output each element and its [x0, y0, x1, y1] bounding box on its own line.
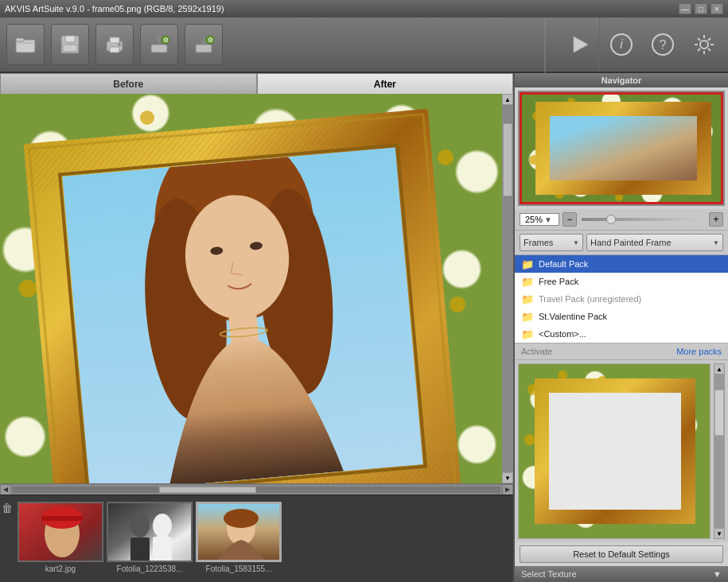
- filmstrip-items: kart2.jpg: [14, 495, 513, 582]
- settings-button[interactable]: [687, 27, 722, 62]
- preview-scroll-thumb[interactable]: [714, 390, 724, 436]
- open-button[interactable]: [6, 24, 45, 65]
- preview-vertical-scrollbar[interactable]: ▲ ▼: [714, 363, 725, 539]
- svg-rect-9: [151, 45, 167, 52]
- pack-folder-icon-default: 📁: [521, 258, 534, 270]
- reset-button[interactable]: Reset to Default Settings: [520, 545, 723, 563]
- canvas-vertical-scrollbar[interactable]: ▲ ▼: [502, 94, 513, 483]
- tab-after[interactable]: After: [257, 73, 514, 94]
- frame-type-dropdown[interactable]: Frames ▼: [520, 234, 583, 251]
- preview-scroll-down[interactable]: ▼: [714, 528, 725, 539]
- h-scroll-track[interactable]: [13, 487, 500, 493]
- window-controls[interactable]: — □ ×: [679, 3, 723, 14]
- mini-frame: [535, 378, 695, 524]
- zoom-in-button[interactable]: +: [709, 212, 723, 227]
- zoom-slider-thumb[interactable]: [606, 215, 616, 224]
- maximize-button[interactable]: □: [695, 3, 707, 14]
- right-panel: Navigator 25%: [513, 73, 728, 582]
- pack-item-free[interactable]: 📁 Free Pack: [515, 273, 728, 290]
- frame-name-dropdown[interactable]: Hand Painted Frame ▼: [586, 234, 723, 251]
- scroll-track[interactable]: [502, 105, 513, 472]
- tab-before[interactable]: Before: [0, 73, 257, 94]
- more-packs-link[interactable]: More packs: [676, 347, 722, 356]
- svg-text:?: ?: [660, 38, 667, 52]
- frame-preview-box: [518, 363, 710, 539]
- film-image-2: [108, 503, 193, 562]
- zoom-out-button[interactable]: −: [563, 212, 577, 227]
- navigator-frame-inner: [550, 116, 697, 180]
- navigator-frame: [535, 102, 711, 195]
- pack-item-default[interactable]: 📁 Default Pack: [515, 255, 728, 273]
- svg-text:⚙: ⚙: [163, 37, 169, 44]
- activate-button[interactable]: Activate: [521, 347, 552, 356]
- filmstrip: 🗑: [0, 495, 513, 582]
- pack-folder-icon-travel: 📁: [521, 293, 534, 305]
- right-toolbar-buttons: i ?: [563, 27, 722, 62]
- scroll-down-arrow[interactable]: ▼: [502, 472, 513, 483]
- svg-line-28: [708, 38, 710, 41]
- svg-line-26: [698, 38, 700, 41]
- scroll-up-arrow[interactable]: ▲: [502, 94, 513, 105]
- preview-scroll-up[interactable]: ▲: [714, 363, 725, 374]
- delete-photo-icon[interactable]: 🗑: [2, 502, 13, 514]
- canvas-viewport[interactable]: [0, 94, 502, 483]
- svg-point-61: [153, 514, 172, 537]
- toolbar: ⚙ ⚙ i ?: [0, 17, 728, 73]
- pack-name-travel: Travel Pack (unregistered): [539, 294, 641, 304]
- zoom-controls: 25% ▼ − +: [515, 209, 728, 231]
- film-thumb-3[interactable]: [196, 502, 282, 562]
- play-button[interactable]: [563, 27, 598, 62]
- film-label-1: kart2.jpg: [45, 565, 76, 573]
- frame-selector: Frames ▼ Hand Painted Frame ▼: [515, 231, 728, 255]
- zoom-display: 25% ▼: [520, 213, 559, 226]
- h-scroll-thumb[interactable]: [159, 487, 257, 493]
- zoom-slider-track: [582, 218, 704, 221]
- pack-item-valentine[interactable]: 📁 St.Valentine Pack: [515, 308, 728, 325]
- download-button[interactable]: ⚙: [185, 24, 223, 65]
- frame-name-arrow: ▼: [713, 239, 719, 246]
- minimize-button[interactable]: —: [679, 3, 691, 14]
- upload-button[interactable]: ⚙: [140, 24, 178, 65]
- pack-name-free: Free Pack: [539, 277, 578, 286]
- pack-folder-icon-free: 📁: [521, 276, 534, 288]
- pack-item-custom[interactable]: 📁 <Custom>...: [515, 325, 728, 343]
- svg-line-29: [698, 48, 700, 51]
- scroll-right-arrow[interactable]: ▶: [502, 484, 513, 495]
- film-image-3: [198, 504, 282, 562]
- close-button[interactable]: ×: [710, 3, 723, 14]
- navigator-header: Navigator: [515, 73, 728, 87]
- svg-rect-12: [196, 45, 212, 52]
- filmstrip-item-3[interactable]: Fotolia_1583155...: [196, 502, 282, 576]
- zoom-value: 25%: [525, 215, 543, 224]
- canvas-area: Before After: [0, 73, 513, 582]
- pack-item-travel[interactable]: 📁 Travel Pack (unregistered): [515, 290, 728, 308]
- filmstrip-sidebar: 🗑: [0, 495, 14, 582]
- frame-inner-photo: [62, 147, 422, 483]
- save-button[interactable]: [51, 24, 89, 65]
- zoom-dropdown-arrow[interactable]: ▼: [544, 215, 552, 224]
- scroll-left-arrow[interactable]: ◀: [0, 484, 11, 495]
- pack-folder-icon-custom: 📁: [521, 328, 534, 340]
- canvas-with-scrollbar: ▲ ▼: [0, 94, 513, 483]
- svg-rect-3: [65, 36, 75, 42]
- film-thumb-2[interactable]: [107, 502, 193, 562]
- canvas-horizontal-scrollbar[interactable]: ◀ ▶: [0, 483, 513, 495]
- print-button[interactable]: [95, 24, 134, 65]
- zoom-slider[interactable]: [582, 218, 704, 221]
- svg-point-8: [118, 43, 121, 46]
- scroll-thumb[interactable]: [503, 123, 512, 196]
- svg-marker-16: [574, 37, 588, 52]
- select-texture-bar[interactable]: Select Texture ▼: [515, 566, 728, 582]
- toolbar-divider: [599, 17, 601, 72]
- canvas-image: [0, 94, 502, 483]
- svg-point-64: [224, 509, 259, 528]
- preview-scroll-track[interactable]: [714, 374, 725, 528]
- main-layout: Before After: [0, 73, 728, 582]
- svg-line-27: [708, 48, 710, 51]
- film-thumb-1[interactable]: [18, 502, 103, 562]
- info-button[interactable]: i: [604, 27, 639, 62]
- filmstrip-item-1[interactable]: kart2.jpg: [18, 502, 103, 576]
- svg-rect-1: [16, 38, 24, 41]
- help-button[interactable]: ?: [645, 27, 680, 62]
- filmstrip-item-2[interactable]: Fotolia_1223538...: [107, 502, 193, 576]
